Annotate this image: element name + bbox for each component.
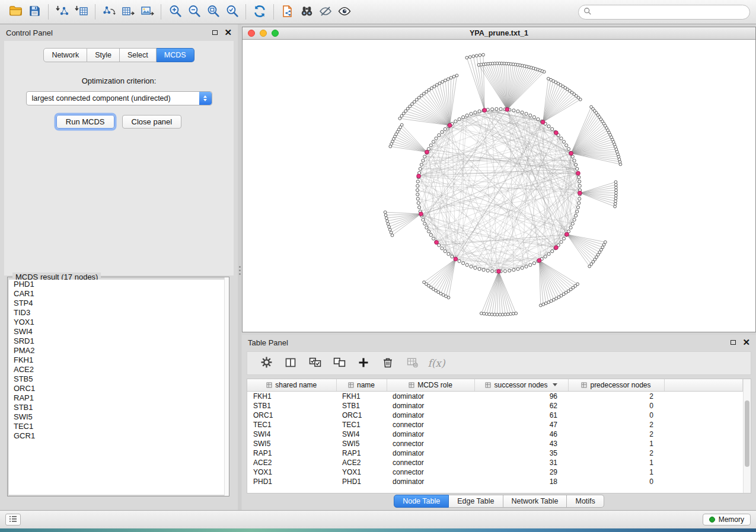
toolbar-separator xyxy=(273,4,274,20)
mcds-result-item[interactable]: RAP1 xyxy=(9,393,228,403)
column-header-predecessor-nodes[interactable]: predecessor nodes xyxy=(568,379,664,391)
mcds-result-item[interactable]: TID3 xyxy=(9,308,228,318)
mcds-result-item[interactable]: GCR1 xyxy=(9,431,228,441)
column-header-successor-nodes[interactable]: successor nodes xyxy=(474,379,568,391)
close-panel-icon[interactable]: ✕ xyxy=(224,30,232,36)
table-scrollbar-thumb[interactable] xyxy=(745,400,749,467)
mcds-list-scrollbar[interactable] xyxy=(224,277,229,496)
network-view-canvas[interactable] xyxy=(243,40,755,332)
table-settings-button[interactable] xyxy=(259,356,273,370)
add-column-button[interactable] xyxy=(356,356,371,370)
toolbar-separator xyxy=(161,4,161,20)
dropdown-stepper-icon xyxy=(199,92,212,105)
save-session-button[interactable] xyxy=(25,2,44,21)
criterion-dropdown[interactable]: largest connected component (undirected) xyxy=(26,91,212,105)
node-table: shared name name MCDS role successor nod… xyxy=(247,379,743,486)
column-header-mcds-role[interactable]: MCDS role xyxy=(387,379,474,391)
find-button[interactable] xyxy=(297,2,316,21)
table-row[interactable]: YOX1YOX1connector291 xyxy=(247,467,743,477)
table-panel: Table Panel ✕ f(x) shared name nam xyxy=(242,335,756,510)
search-input[interactable] xyxy=(592,8,745,16)
share-document-button[interactable] xyxy=(278,2,297,21)
zoom-in-button[interactable] xyxy=(165,2,184,21)
mcds-result-item[interactable]: ORC1 xyxy=(9,384,228,393)
select-all-rows-button[interactable] xyxy=(308,356,322,370)
table-row[interactable]: ACE2ACE2connector311 xyxy=(247,458,743,467)
export-table-button[interactable] xyxy=(119,2,138,21)
close-table-panel-icon[interactable]: ✕ xyxy=(742,339,750,345)
main-toolbar xyxy=(0,0,756,24)
export-table-icon xyxy=(121,4,135,20)
control-panel-titlebar: Control Panel ✕ xyxy=(0,24,238,41)
mcds-result-item[interactable]: FKH1 xyxy=(9,355,228,365)
table-row[interactable]: PHD1PHD1dominator180 xyxy=(247,477,743,486)
mcds-result-item[interactable]: SRD1 xyxy=(9,336,228,346)
hide-selected-button[interactable] xyxy=(316,2,335,21)
delete-column-button[interactable] xyxy=(381,356,395,370)
table-header-row: shared name name MCDS role successor nod… xyxy=(247,379,743,391)
tab-node-table[interactable]: Node Table xyxy=(394,495,449,508)
memory-button[interactable]: Memory xyxy=(703,514,751,525)
sort-icon xyxy=(409,382,414,388)
window-maximize-icon[interactable] xyxy=(272,30,279,37)
window-close-icon[interactable] xyxy=(248,30,255,37)
import-network-button[interactable] xyxy=(53,2,72,21)
network-window-titlebar[interactable]: YPA_prune.txt_1 xyxy=(243,27,755,40)
table-row[interactable]: STB1STB1dominator620 xyxy=(247,401,743,411)
table-row[interactable]: ORC1ORC1dominator610 xyxy=(247,411,743,420)
mcds-result-list[interactable]: PHD1CAR1STP4TID3YOX1SWI4SRD1PMA2FKH1ACE2… xyxy=(9,280,228,495)
open-session-button[interactable] xyxy=(6,2,25,21)
mcds-result-item[interactable]: ACE2 xyxy=(9,365,228,374)
tab-network-table[interactable]: Network Table xyxy=(503,495,567,508)
zoom-fit-button[interactable] xyxy=(203,2,222,21)
mcds-result-item[interactable]: TEC1 xyxy=(9,422,228,431)
clone-network-button[interactable] xyxy=(100,2,119,21)
panel-divider[interactable] xyxy=(238,24,241,510)
search-icon xyxy=(583,7,592,17)
list-icon xyxy=(9,515,17,524)
table-row[interactable]: FKH1FKH1dominator962 xyxy=(247,391,743,401)
run-mcds-button[interactable]: Run MCDS xyxy=(56,115,114,129)
tab-network[interactable]: Network xyxy=(43,48,87,62)
memory-label: Memory xyxy=(719,515,744,524)
column-header-shared-name[interactable]: shared name xyxy=(247,379,336,391)
table-row[interactable]: SWI5SWI5connector431 xyxy=(247,439,743,448)
zoom-out-button[interactable] xyxy=(184,2,203,21)
close-panel-button[interactable]: Close panel xyxy=(122,115,182,129)
mcds-result-item[interactable]: CAR1 xyxy=(9,289,228,299)
table-panel-title: Table Panel xyxy=(248,338,288,347)
task-history-button[interactable] xyxy=(5,514,21,525)
float-table-panel-icon[interactable] xyxy=(731,340,736,345)
table-row[interactable]: SWI4SWI4dominator462 xyxy=(247,430,743,439)
deselect-all-rows-button[interactable] xyxy=(332,356,346,370)
tab-motifs[interactable]: Motifs xyxy=(567,495,604,508)
tab-style[interactable]: Style xyxy=(87,48,120,62)
tab-mcds[interactable]: MCDS xyxy=(157,48,194,62)
apply-layout-button[interactable] xyxy=(250,2,269,21)
mcds-result-item[interactable]: SWI5 xyxy=(9,412,228,422)
tab-select[interactable]: Select xyxy=(120,48,157,62)
sort-icon xyxy=(485,382,491,388)
mcds-result-item[interactable]: STB1 xyxy=(9,403,228,412)
table-scrollbar[interactable] xyxy=(743,379,751,493)
mcds-result-item[interactable]: STP4 xyxy=(9,299,228,308)
float-panel-icon[interactable] xyxy=(212,30,218,35)
mcds-result-item[interactable]: PHD1 xyxy=(9,280,228,289)
window-minimize-icon[interactable] xyxy=(260,30,267,37)
show-all-button[interactable] xyxy=(335,2,354,21)
tab-edge-table[interactable]: Edge Table xyxy=(449,495,503,508)
table-row[interactable]: TEC1TEC1connector472 xyxy=(247,420,743,430)
column-header-name[interactable]: name xyxy=(336,379,387,391)
zoom-selected-button[interactable] xyxy=(222,2,241,21)
table-row[interactable]: RAP1RAP1dominator352 xyxy=(247,448,743,458)
fx-icon: f(x) xyxy=(428,357,445,369)
export-image-button[interactable] xyxy=(138,2,157,21)
show-columns-button[interactable] xyxy=(283,356,298,370)
mcds-result-item[interactable]: YOX1 xyxy=(9,318,228,327)
toolbar-separator xyxy=(48,4,49,20)
criterion-dropdown-value: largest connected component (undirected) xyxy=(32,94,171,102)
import-table-button[interactable] xyxy=(72,2,91,21)
mcds-result-item[interactable]: SWI4 xyxy=(9,327,228,336)
mcds-result-item[interactable]: STB5 xyxy=(9,374,228,384)
mcds-result-item[interactable]: PMA2 xyxy=(9,346,228,355)
